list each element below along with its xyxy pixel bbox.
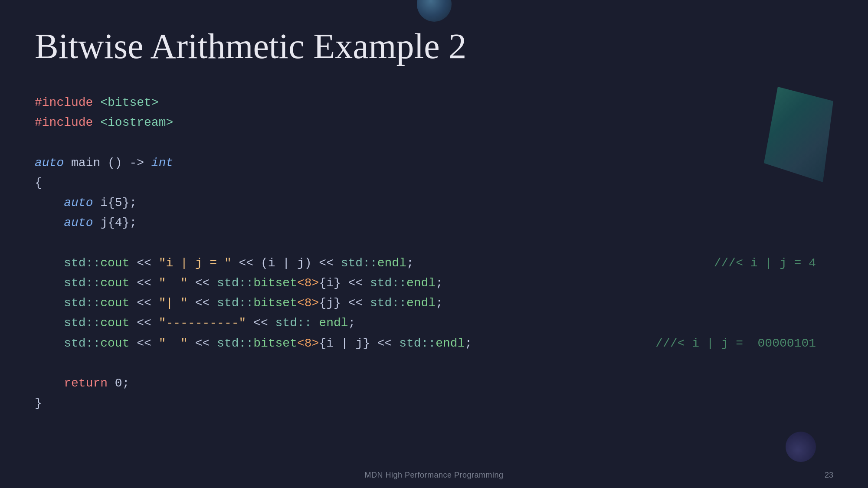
code-line-include1: #include <bitset>: [35, 93, 833, 113]
std-ns-12: std::: [217, 337, 253, 350]
return-keyword: return: [64, 377, 108, 390]
bitset-3: bitset: [253, 337, 297, 350]
close-brace: }: [35, 396, 42, 410]
op5: <<: [129, 296, 158, 310]
endl-1: endl: [377, 256, 406, 270]
cout-4: cout: [100, 316, 129, 330]
str2: " ": [159, 276, 188, 290]
include-keyword: #include: [35, 96, 93, 109]
main-func: main () ->: [64, 156, 151, 170]
std-ns-4: std::: [217, 276, 253, 290]
op9: <<: [129, 337, 158, 350]
op3: <<: [129, 276, 158, 290]
cout1-code: std::cout << "i | j = " << (i | j) << st…: [35, 253, 414, 273]
template-1: <8>: [297, 276, 319, 290]
code-line-cout1: std::cout << "i | j = " << (i | j) << st…: [35, 253, 833, 273]
std-ns-9: std::: [64, 316, 100, 330]
blank-line-2: [35, 233, 833, 253]
cout-2: cout: [100, 276, 129, 290]
cout-1: cout: [100, 256, 129, 270]
auto-keyword-j: auto: [64, 216, 93, 229]
std-ns-13: std::: [399, 337, 436, 350]
op10: <<: [188, 337, 217, 350]
include-keyword2: #include: [35, 116, 93, 129]
op6: <<: [188, 296, 217, 310]
str3: "| ": [159, 296, 188, 310]
auto-keyword: auto: [35, 156, 64, 170]
code-line-cout5: std::cout << " " << std::bitset<8>{i | j…: [35, 334, 833, 354]
header-bitset: <bitset>: [100, 96, 158, 109]
cout5-code: std::cout << " " << std::bitset<8>{i | j…: [35, 334, 472, 354]
std-ns-6: std::: [64, 296, 100, 310]
semi4: ;: [348, 316, 356, 330]
auto-keyword-i: auto: [64, 196, 93, 210]
std-ns-10: std::: [275, 316, 319, 330]
code-line-main-sig: auto main () -> int: [35, 153, 833, 173]
str4: "----------": [159, 316, 246, 330]
std-ns-8: std::: [370, 296, 406, 310]
header-iostream: <iostream>: [100, 116, 173, 129]
comment1: ///< i | j = 4: [714, 253, 833, 273]
slide-title: Bitwise Arithmetic Example 2: [35, 26, 833, 67]
str1: "i | j = ": [159, 256, 232, 270]
op8: <<: [246, 316, 275, 330]
bitset-1: bitset: [253, 276, 297, 290]
comment2: ///< i | j = 00000101: [655, 334, 833, 354]
template-2: <8>: [297, 296, 319, 310]
code-line-cout3: std::cout << "| " << std::bitset<8>{j} <…: [35, 293, 833, 313]
std-ns-1: std::: [64, 256, 100, 270]
std-ns-2: std::: [341, 256, 377, 270]
endl-2: endl: [406, 276, 436, 290]
semi1: ;: [406, 256, 414, 270]
op2: << (i | j) <<: [232, 256, 341, 270]
op1: <<: [129, 256, 158, 270]
std-ns-7: std::: [217, 296, 253, 310]
blank-line-1: [35, 133, 833, 153]
return-val: 0;: [108, 377, 129, 390]
code-line-open-brace: {: [35, 173, 833, 193]
code-line-auto-i: auto i{5};: [35, 193, 833, 213]
cout-5: cout: [100, 337, 129, 350]
open-brace: {: [35, 176, 42, 190]
cout-3: cout: [100, 296, 129, 310]
endl-4: endl: [319, 316, 348, 330]
footer-title: MDN High Performance Programming: [364, 471, 503, 480]
bitset-arg1: {i} <<: [319, 276, 370, 290]
code-line-close-brace: }: [35, 393, 833, 413]
code-line-include2: #include <iostream>: [35, 113, 833, 133]
code-block: #include <bitset> #include <iostream> au…: [35, 93, 833, 413]
semi2: ;: [436, 276, 443, 290]
bitset-arg3: {i | j} <<: [319, 337, 399, 350]
int-keyword: int: [151, 156, 173, 170]
code-line-auto-j: auto j{4};: [35, 213, 833, 233]
code-line-cout2: std::cout << " " << std::bitset<8>{i} <<…: [35, 273, 833, 293]
std-ns-11: std::: [64, 337, 100, 350]
op7: <<: [129, 316, 158, 330]
blank-line-3: [35, 354, 833, 373]
semi5: ;: [465, 337, 472, 350]
endl-3: endl: [406, 296, 436, 310]
str5: " ": [159, 337, 188, 350]
std-ns-5: std::: [370, 276, 406, 290]
code-line-return: return 0;: [35, 373, 833, 393]
page-number: 23: [825, 471, 833, 480]
code-line-cout4: std::cout << "----------" << std:: endl;: [35, 313, 833, 333]
bitset-arg2: {j} <<: [319, 296, 370, 310]
bitset-2: bitset: [253, 296, 297, 310]
slide-content: Bitwise Arithmetic Example 2 #include <b…: [0, 0, 868, 488]
j-decl: j{4};: [93, 216, 137, 229]
op4: <<: [188, 276, 217, 290]
std-ns-3: std::: [64, 276, 100, 290]
i-decl: i{5};: [93, 196, 137, 210]
semi3: ;: [436, 296, 443, 310]
endl-5: endl: [436, 337, 465, 350]
template-3: <8>: [297, 337, 319, 350]
